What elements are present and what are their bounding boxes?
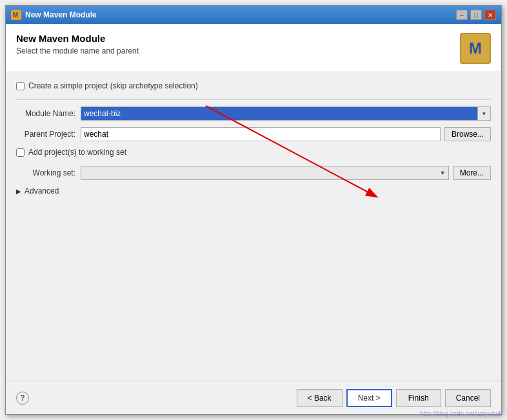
more-button[interactable]: More...: [453, 166, 491, 180]
module-name-input-container: ▼: [81, 106, 491, 121]
page-subtitle: Select the module name and parent: [16, 46, 139, 55]
parent-project-input[interactable]: [81, 127, 441, 141]
next-button[interactable]: Next >: [346, 389, 392, 407]
working-set-input-container: ▼ More...: [81, 166, 491, 180]
module-name-input[interactable]: [81, 106, 478, 121]
add-working-set-checkbox[interactable]: [16, 148, 25, 157]
advanced-triangle-icon: ▶: [16, 188, 21, 195]
advanced-label: Advanced: [25, 186, 59, 195]
title-bar-controls: – □ ✕: [456, 10, 496, 20]
working-set-checkbox-row: Add project(s) to working set: [16, 148, 491, 157]
main-panel: Create a simple project (skip archetype …: [6, 72, 501, 381]
working-set-input-field[interactable]: [84, 168, 440, 177]
simple-project-row: Create a simple project (skip archetype …: [16, 81, 491, 90]
maven-icon: [460, 33, 491, 64]
bottom-buttons: < Back Next > Finish Cancel: [297, 389, 491, 407]
parent-project-label: Parent Project:: [16, 130, 81, 139]
window-title: New Maven Module: [25, 10, 456, 19]
module-name-row: Module Name: ▼: [16, 106, 491, 121]
bottom-left: ?: [16, 392, 297, 405]
content-area: New Maven Module Select the module name …: [6, 24, 501, 414]
page-title: New Maven Module: [16, 33, 139, 44]
working-set-dropdown[interactable]: ▼: [440, 170, 446, 176]
working-set-row: Working set: ▼ More...: [16, 166, 491, 180]
header-text: New Maven Module Select the module name …: [16, 33, 139, 55]
parent-project-input-container: Browse...: [81, 127, 491, 141]
window-icon: M: [11, 10, 21, 20]
simple-project-label: Create a simple project (skip archetype …: [28, 81, 198, 90]
browse-button[interactable]: Browse...: [444, 127, 491, 141]
advanced-row[interactable]: ▶ Advanced: [16, 186, 491, 195]
window: M New Maven Module – □ ✕ New Maven Modul…: [5, 5, 502, 415]
cancel-button[interactable]: Cancel: [445, 389, 491, 407]
module-name-label: Module Name:: [16, 109, 81, 118]
working-set-label: Working set:: [16, 168, 81, 177]
minimize-button[interactable]: –: [456, 10, 468, 20]
back-button[interactable]: < Back: [297, 389, 343, 407]
help-button[interactable]: ?: [16, 392, 29, 405]
maximize-button[interactable]: □: [470, 10, 482, 20]
finish-button[interactable]: Finish: [396, 389, 441, 407]
module-name-dropdown[interactable]: ▼: [478, 106, 491, 121]
separator-1: [16, 99, 491, 100]
parent-project-row: Parent Project: Browse...: [16, 127, 491, 141]
add-working-set-label: Add project(s) to working set: [28, 148, 126, 157]
title-bar: M New Maven Module – □ ✕: [6, 6, 501, 24]
close-button[interactable]: ✕: [484, 10, 496, 20]
header-panel: New Maven Module Select the module name …: [6, 24, 501, 72]
bottom-bar: ? < Back Next > Finish Cancel: [6, 381, 501, 414]
simple-project-checkbox[interactable]: [16, 82, 25, 90]
svg-text:M: M: [13, 12, 18, 19]
